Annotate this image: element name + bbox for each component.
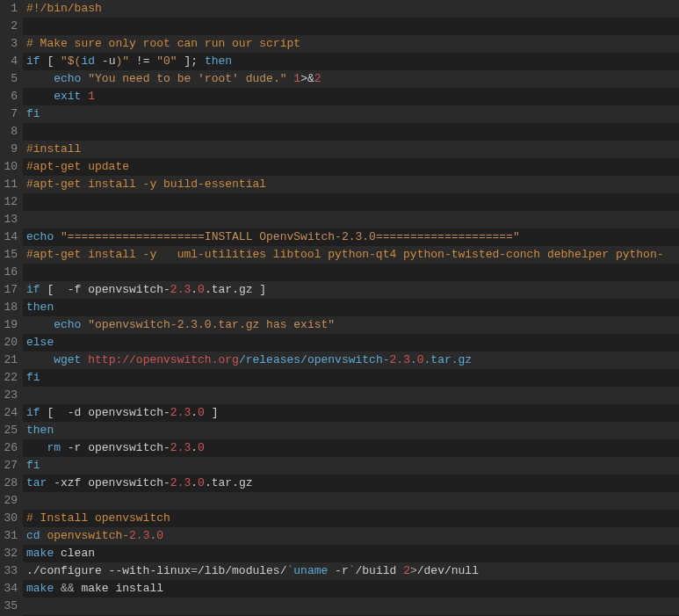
code-token: = (191, 564, 198, 577)
code-token: else (26, 336, 54, 349)
line-number: 31 (4, 527, 18, 545)
line-number: 9 (4, 141, 18, 158)
code-line[interactable]: fi (23, 105, 679, 123)
code-line[interactable]: #install (23, 141, 679, 158)
code-line[interactable] (23, 598, 679, 615)
code-line[interactable] (23, 18, 679, 35)
code-token: -xzf openvswitch- (47, 476, 170, 489)
code-line[interactable]: #apt-get update (23, 158, 679, 176)
code-token: 0 (417, 353, 424, 366)
code-line[interactable] (23, 123, 679, 141)
code-token: 2.3 (170, 283, 191, 296)
code-token: -r openvswitch- (61, 441, 170, 454)
code-token: fi (26, 107, 40, 120)
code-token: fi (26, 459, 40, 472)
code-token: /build (356, 564, 404, 577)
line-number: 26 (4, 439, 18, 457)
line-number-gutter: 1234567891011121314151617181920212223242… (0, 0, 23, 616)
code-token: make (26, 582, 54, 595)
code-line[interactable]: exit 1 (23, 88, 679, 105)
line-number: 33 (4, 562, 18, 580)
line-number: 1 (4, 0, 18, 18)
code-line[interactable]: if [ -d openvswitch-2.3.0 ] (23, 404, 679, 422)
code-line[interactable]: then (23, 299, 679, 316)
code-token: 2.3 (170, 441, 191, 454)
code-line[interactable]: #!/bin/bash (23, 0, 679, 18)
code-line[interactable]: echo "You need to be 'root' dude." 1>&2 (23, 70, 679, 88)
line-number: 14 (4, 228, 18, 246)
code-area[interactable]: #!/bin/bash# Make sure only root can run… (23, 0, 679, 616)
line-number: 16 (4, 264, 18, 281)
code-token: # Make sure only root can run our script (26, 37, 300, 50)
code-token: )" (115, 54, 129, 68)
code-token (26, 90, 54, 103)
code-line[interactable]: echo "====================INSTALL OpenvS… (23, 228, 679, 246)
code-line[interactable]: else (23, 334, 679, 351)
code-token: #!/bin/bash (26, 2, 102, 15)
code-token: "You need to be 'root' dude." (88, 72, 286, 85)
code-token: #install (26, 142, 81, 156)
code-token: echo (54, 72, 81, 85)
code-line[interactable] (23, 211, 679, 228)
code-line[interactable]: #apt-get install -y build-essential (23, 176, 679, 193)
code-line[interactable]: tar -xzf openvswitch-2.3.0.tar.gz (23, 475, 679, 492)
line-number: 34 (4, 580, 18, 598)
code-token: openvswitch- (47, 529, 129, 542)
code-token: echo (54, 318, 81, 331)
code-line[interactable]: # Install openvswitch (23, 510, 679, 527)
line-number: 32 (4, 545, 18, 562)
code-editor[interactable]: 1234567891011121314151617181920212223242… (0, 0, 679, 616)
code-token: 2.3 (129, 529, 149, 542)
code-line[interactable]: # Make sure only root can run our script (23, 35, 679, 53)
code-line[interactable]: make clean (23, 545, 679, 562)
code-token: #apt-get install -y uml-utilities libtoo… (26, 248, 664, 261)
code-line[interactable]: fi (23, 457, 679, 475)
code-line[interactable] (23, 492, 679, 510)
code-line[interactable]: make && make install (23, 580, 679, 598)
code-token: . (191, 283, 198, 296)
code-token: then (26, 424, 54, 437)
code-token: -u (95, 54, 115, 68)
code-token: != (129, 54, 156, 68)
code-token: 2.3 (390, 353, 410, 366)
code-line[interactable] (23, 193, 679, 211)
code-token: 2.3 (170, 476, 191, 489)
code-token: make (26, 547, 54, 560)
code-token: .tar.gz (424, 353, 473, 366)
code-line[interactable]: fi (23, 369, 679, 387)
code-token: if (26, 283, 40, 296)
code-line[interactable]: if [ "$(id -u)" != "0" ]; then (23, 53, 679, 70)
line-number: 5 (4, 70, 18, 88)
code-line[interactable]: then (23, 422, 679, 439)
code-token: wget (54, 353, 81, 366)
line-number: 35 (4, 598, 18, 615)
line-number: 8 (4, 123, 18, 141)
line-number: 12 (4, 193, 18, 211)
code-token: .tar.gz ] (205, 283, 266, 296)
code-line[interactable]: ./configure --with-linux=/lib/modules/`u… (23, 562, 679, 580)
code-token: fi (26, 371, 40, 384)
line-number: 20 (4, 334, 18, 351)
code-line[interactable]: cd openvswitch-2.3.0 (23, 527, 679, 545)
code-token: 0 (198, 476, 205, 489)
code-line[interactable]: if [ -f openvswitch-2.3.0.tar.gz ] (23, 281, 679, 299)
code-token: . (191, 406, 198, 419)
code-line[interactable]: rm -r openvswitch-2.3.0 (23, 439, 679, 457)
code-token: # Install openvswitch (26, 511, 170, 525)
code-line[interactable] (23, 264, 679, 281)
line-number: 23 (4, 387, 18, 404)
line-number: 29 (4, 492, 18, 510)
code-token: 1 (88, 90, 95, 103)
code-line[interactable] (23, 387, 679, 404)
code-token: > (410, 564, 417, 577)
code-token: [ (40, 54, 61, 68)
code-line[interactable]: wget http://openvswitch.org/releases/ope… (23, 351, 679, 369)
code-token: "0" (156, 54, 177, 68)
code-token: ] (205, 406, 219, 419)
line-number: 11 (4, 176, 18, 193)
line-number: 30 (4, 510, 18, 527)
code-token: rm (47, 441, 61, 454)
code-line[interactable]: echo "openvswitch-2.3.0.tar.gz has exist… (23, 316, 679, 334)
code-token: 2 (403, 564, 410, 577)
code-line[interactable]: #apt-get install -y uml-utilities libtoo… (23, 246, 679, 264)
